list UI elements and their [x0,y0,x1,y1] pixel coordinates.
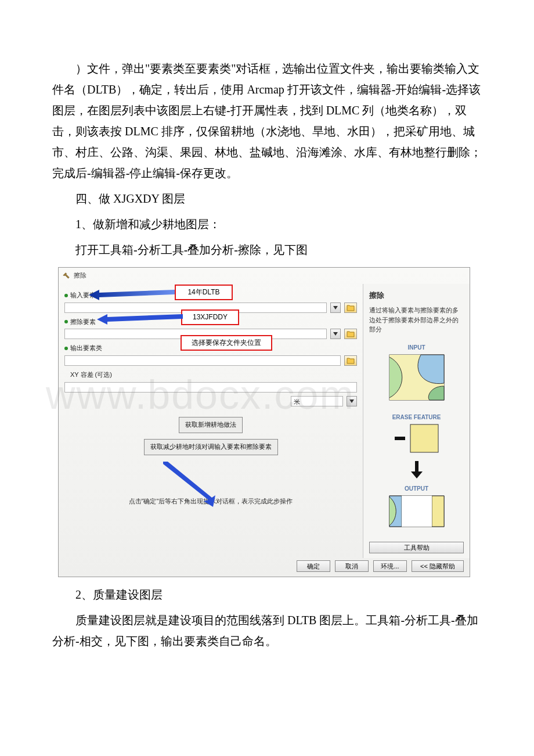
minus-icon [395,437,405,440]
dialog-left-pane: 输入要素 擦除要素 [59,284,363,559]
help-title: 擦除 [369,289,464,302]
diagram-label-output: OUTPUT [369,484,464,494]
hint-text: 点击"确定"后等右下角出现提示对话框，表示完成此步操作 [64,496,357,507]
paragraph-1: ）文件，弹出"要素类至要素类"对话框，选输出位置文件夹，输出要输类输入文件名（D… [52,58,482,183]
section-heading-4: 四、做 XJGXDY 图层 [52,188,482,209]
env-button[interactable]: 环境... [373,560,407,572]
ok-button[interactable]: 确定 [297,560,330,572]
label-erase-features: 擦除要素 [70,316,96,328]
annotation-new-land: 获取新增耕地做法 [179,417,243,433]
annotation-swap-note: 获取减少耕地时须对调输入要素和擦除要素 [144,439,278,455]
diagram-label-input: INPUT [369,343,464,353]
required-dot-icon [64,294,68,297]
unit-select[interactable]: 米 [291,396,343,406]
diagram-output-icon [389,495,445,527]
dialog-button-row: 确定 取消 环境... << 隐藏帮助 [59,558,470,577]
diagram-input-icon [389,354,445,401]
svg-marker-6 [411,461,423,478]
xy-tolerance-field[interactable] [64,382,357,393]
svg-rect-8 [402,496,432,527]
label-input-features: 输入要素 [70,290,96,301]
browse-button[interactable] [344,355,357,366]
subsection-2: 2、质量建设图层 [52,584,482,605]
instruction-line: 打开工具箱-分析工具-叠加分析-擦除，见下图 [52,239,482,260]
dropdown-button[interactable] [347,396,357,406]
required-dot-icon [64,320,68,323]
help-pane: 擦除 通过将输入要素与擦除要素的多边处于擦除要素外部边界之外的部分 INPUT … [363,284,470,559]
output-features-field[interactable] [64,355,341,366]
input-features-field[interactable] [64,303,327,313]
browse-button[interactable] [344,329,357,339]
cancel-button[interactable]: 取消 [335,560,369,572]
subsection-1: 1、做新增和减少耕地图层： [52,214,482,235]
erase-tool-dialog: 擦除 输入要素 [58,267,470,577]
diagram-erase-icon [410,424,439,453]
down-arrow-icon [411,461,423,478]
dialog-title: 擦除 [74,270,86,282]
hammer-icon [62,272,70,280]
dropdown-button[interactable] [330,329,341,339]
paragraph-5: 质量建设图层就是建设项目的范围线落到 DLTB 图层上。工具箱-分析工具-叠加分… [52,610,482,651]
browse-button[interactable] [344,303,357,313]
help-body: 通过将输入要素与擦除要素的多边处于擦除要素外部边界之外的部分 [369,305,464,334]
label-xy-tolerance: XY 容差 (可选) [70,369,112,381]
required-dot-icon [64,347,68,350]
label-output-features: 输出要素类 [70,343,102,354]
tool-help-button[interactable]: 工具帮助 [369,542,464,553]
erase-features-field[interactable] [64,329,327,339]
diagram-label-erase: ERASE FEATURE [369,412,464,423]
svg-rect-5 [410,424,438,452]
svg-rect-4 [395,437,405,440]
dropdown-button[interactable] [330,303,341,313]
hide-help-button[interactable]: << 隐藏帮助 [412,560,464,572]
